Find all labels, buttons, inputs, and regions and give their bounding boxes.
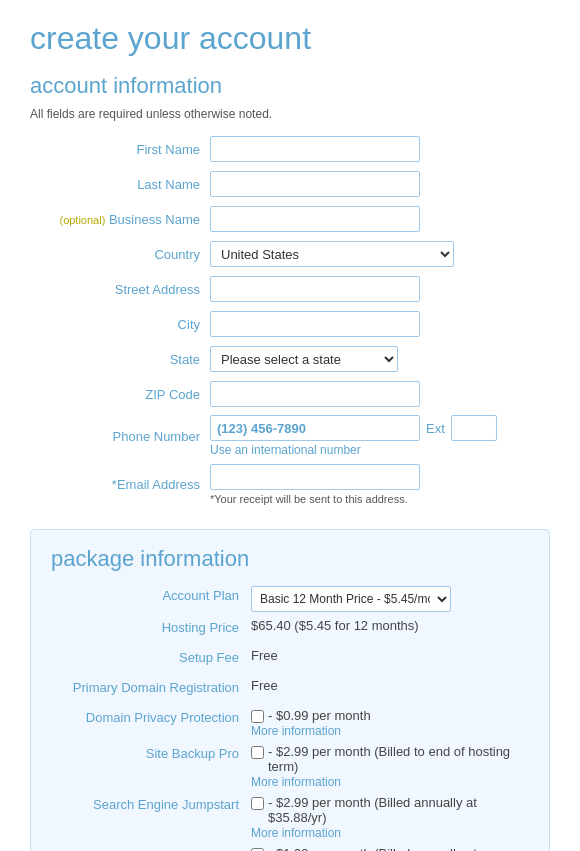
primary-domain-value: Free [251,678,529,693]
email-group: *Your receipt will be sent to this addre… [210,464,420,505]
account-information-section: account information All fields are requi… [30,73,550,505]
domain-privacy-text: - $0.99 per month [268,708,371,723]
hosting-price-label: Hosting Price [31,618,251,635]
phone-number-group: Ext Use an international number [210,415,497,457]
site-backup-label: Site Backup Pro [31,744,251,761]
country-row: Country United States Canada United King… [30,240,550,268]
state-select[interactable]: Please select a state Alabama Alaska Cal… [210,346,398,372]
domain-privacy-label: Domain Privacy Protection [31,708,251,725]
account-plan-select[interactable]: Basic 12 Month Price - $5.45/mo. Basic 2… [251,586,451,612]
optional-tag: (optional) [59,214,105,226]
ext-label: Ext [426,421,445,436]
business-name-row: (optional) Business Name [30,205,550,233]
intl-number-link[interactable]: Use an international number [210,443,497,457]
site-backup-row: Site Backup Pro - $2.99 per month (Bille… [31,744,529,789]
package-information-section: package information Account Plan Basic 1… [30,529,550,851]
street-address-input[interactable] [210,276,420,302]
page-title: create your account [30,20,550,57]
zip-code-input[interactable] [210,381,420,407]
email-input[interactable] [210,464,420,490]
country-label: Country [30,247,210,262]
site-backup-checkbox[interactable] [251,746,264,759]
email-row: *Email Address *Your receipt will be sen… [30,464,550,505]
search-engine-label: Search Engine Jumpstart [31,795,251,812]
hosting-price-value: $65.40 ($5.45 for 12 months) [251,618,529,633]
site-backup-text: - $2.99 per month (Billed to end of host… [268,744,529,774]
street-address-row: Street Address [30,275,550,303]
domain-privacy-checkbox[interactable] [251,710,264,723]
business-name-input[interactable] [210,206,420,232]
email-label: *Email Address [30,477,210,492]
sitelock-text: - $1.99 per month (Billed annually at $2… [268,846,529,851]
first-name-input[interactable] [210,136,420,162]
receipt-note: *Your receipt will be sent to this addre… [210,493,420,505]
state-row: State Please select a state Alabama Alas… [30,345,550,373]
phone-number-label: Phone Number [30,429,210,444]
last-name-label: Last Name [30,177,210,192]
site-backup-value: - $2.99 per month (Billed to end of host… [251,744,529,789]
first-name-row: First Name [30,135,550,163]
last-name-input[interactable] [210,171,420,197]
account-plan-row: Account Plan Basic 12 Month Price - $5.4… [31,586,529,612]
business-name-label: (optional) Business Name [30,212,210,227]
phone-number-row: Phone Number Ext Use an international nu… [30,415,550,457]
sitelock-label: SiteLock Security - Find [31,846,251,851]
account-plan-value: Basic 12 Month Price - $5.45/mo. Basic 2… [251,586,529,612]
ext-input[interactable] [451,415,497,441]
domain-privacy-row: Domain Privacy Protection - $0.99 per mo… [31,708,529,738]
phone-number-input[interactable] [210,415,420,441]
domain-privacy-value: - $0.99 per month More information [251,708,529,738]
street-address-label: Street Address [30,282,210,297]
account-section-title: account information [30,73,550,99]
sitelock-row: SiteLock Security - Find - $1.99 per mon… [31,846,529,851]
account-plan-label: Account Plan [31,586,251,603]
city-input[interactable] [210,311,420,337]
country-select[interactable]: United States Canada United Kingdom Aust… [210,241,454,267]
first-name-label: First Name [30,142,210,157]
search-engine-value: - $2.99 per month (Billed annually at $3… [251,795,529,840]
site-backup-more-info[interactable]: More information [251,775,529,789]
primary-domain-row: Primary Domain Registration Free [31,678,529,702]
last-name-row: Last Name [30,170,550,198]
sitelock-value: - $1.99 per month (Billed annually at $2… [251,846,529,851]
setup-fee-value: Free [251,648,529,663]
domain-privacy-more-info[interactable]: More information [251,724,529,738]
city-label: City [30,317,210,332]
search-engine-checkbox[interactable] [251,797,264,810]
required-note: All fields are required unless otherwise… [30,107,550,121]
setup-fee-label: Setup Fee [31,648,251,665]
search-engine-text: - $2.99 per month (Billed annually at $3… [268,795,529,825]
search-engine-row: Search Engine Jumpstart - $2.99 per mont… [31,795,529,840]
state-label: State [30,352,210,367]
city-row: City [30,310,550,338]
zip-code-label: ZIP Code [30,387,210,402]
primary-domain-label: Primary Domain Registration [31,678,251,695]
zip-code-row: ZIP Code [30,380,550,408]
package-section-title: package information [31,546,529,572]
search-engine-more-info[interactable]: More information [251,826,529,840]
hosting-price-row: Hosting Price $65.40 ($5.45 for 12 month… [31,618,529,642]
setup-fee-row: Setup Fee Free [31,648,529,672]
